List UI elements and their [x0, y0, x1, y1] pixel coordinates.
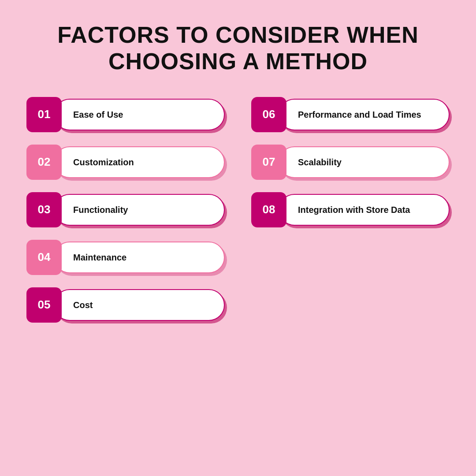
list-item: 03Functionality: [26, 192, 225, 227]
label-pill: Integration with Store Data: [279, 194, 450, 226]
list-item: 04Maintenance: [26, 240, 225, 275]
factors-grid: 01Ease of Use06Performance and Load Time…: [26, 97, 450, 323]
label-pill: Functionality: [54, 194, 225, 226]
list-item: 08Integration with Store Data: [251, 192, 450, 227]
list-item: 01Ease of Use: [26, 97, 225, 132]
number-badge: 01: [26, 97, 62, 132]
label-pill: Scalability: [279, 146, 450, 178]
label-pill: Customization: [54, 146, 225, 178]
label-pill: Maintenance: [54, 242, 225, 273]
page-title: FACTORS TO CONSIDER WHEN CHOOSING A METH…: [26, 22, 450, 75]
list-item: 02Customization: [26, 145, 225, 180]
number-badge: 03: [26, 192, 62, 227]
list-item: 06Performance and Load Times: [251, 97, 450, 132]
number-badge: 05: [26, 287, 62, 323]
label-pill: Cost: [54, 289, 225, 321]
list-item: 05Cost: [26, 287, 225, 323]
list-item: 07Scalability: [251, 145, 450, 180]
number-badge: 02: [26, 145, 62, 180]
number-badge: 04: [26, 240, 62, 275]
label-pill: Ease of Use: [54, 99, 225, 130]
number-badge: 07: [251, 145, 286, 180]
number-badge: 06: [251, 97, 286, 132]
label-pill: Performance and Load Times: [279, 99, 450, 130]
number-badge: 08: [251, 192, 286, 227]
